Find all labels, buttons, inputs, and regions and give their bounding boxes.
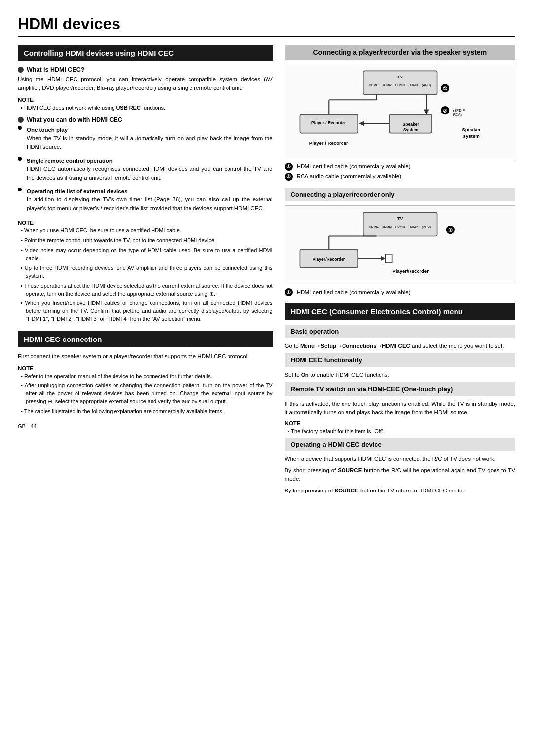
- svg-text:(SPDIF: (SPDIF: [453, 108, 465, 113]
- bullet-circle-icon-2: [18, 117, 24, 123]
- diagram-speaker-system: TV HDMI1 HDMI2 HDMI3 HDMI4 (ARC) ① ②: [285, 64, 515, 158]
- hdmi-cec-menu-header: HDMI CEC (Consumer Electronics Control) …: [285, 303, 515, 320]
- bullet-dot-icon: [18, 126, 22, 130]
- page-number: GB - 44: [18, 423, 273, 429]
- svg-text:HDMI4: HDMI4: [408, 83, 418, 87]
- hdmi-cec-connection-header: HDMI CEC connection: [18, 331, 273, 347]
- svg-text:HDMI3: HDMI3: [395, 225, 405, 228]
- svg-text:(ARC): (ARC): [422, 83, 431, 87]
- svg-text:HDMI1: HDMI1: [369, 225, 379, 228]
- one-touch-play-body: When the TV is in standby mode, it will …: [27, 134, 273, 151]
- right-column: Connecting a player/recorder via the spe…: [285, 45, 515, 502]
- connecting-player-only-header: Connecting a player/recorder only: [285, 188, 515, 201]
- num-1-icon: ①: [285, 163, 293, 171]
- svg-text:(ARC): (ARC): [422, 225, 431, 229]
- svg-text:HDMI3: HDMI3: [395, 83, 405, 87]
- what-is-hdmi-cec-title: What is HDMI CEC?: [18, 66, 273, 73]
- remote-tv-switch-header: Remote TV switch on via HDMI-CEC (One-to…: [285, 382, 515, 396]
- diagram-player-only: TV HDMI1 HDMI2 HDMI3 HDMI4 (ARC) ① Playe…: [285, 205, 515, 284]
- note-label-2: NOTE: [18, 220, 273, 226]
- svg-text:Player/Recorder: Player/Recorder: [392, 268, 429, 274]
- svg-text:②: ②: [443, 108, 447, 113]
- hdmi-cec-connection-section: HDMI CEC connection First connect the sp…: [18, 331, 273, 416]
- connecting-player-only-section: Connecting a player/recorder only TV HDM…: [285, 188, 515, 297]
- svg-marker-43: [381, 256, 386, 261]
- operating-title-list: Operating title list of external devices…: [18, 188, 273, 216]
- operating-hdmi-device-header: Operating a HDMI CEC device: [285, 438, 515, 451]
- svg-text:TV: TV: [397, 216, 403, 221]
- single-remote-control: Single remote control operation HDMI CEC…: [18, 157, 273, 185]
- svg-text:System: System: [403, 127, 418, 132]
- note2-item-5: When you insert/remove HDMI cables or ch…: [18, 300, 273, 323]
- operating-hdmi-body1: When a device that supports HDMI CEC is …: [285, 455, 515, 463]
- player-only-diagram-svg: TV HDMI1 HDMI2 HDMI3 HDMI4 (ARC) ① Playe…: [289, 210, 511, 278]
- player-item-1: ① HDMI-certified cable (commercially ava…: [285, 288, 515, 297]
- note2-item-4: These operations affect the HDMI device …: [18, 282, 273, 298]
- svg-text:HDMI1: HDMI1: [369, 83, 379, 87]
- svg-text:HDMI4: HDMI4: [408, 225, 418, 228]
- connecting-via-speaker-header: Connecting a player/recorder via the spe…: [285, 45, 515, 60]
- controlling-hdmi-header: Controlling HDMI devices using HDMI CEC: [18, 45, 273, 61]
- left-column: Controlling HDMI devices using HDMI CEC …: [18, 45, 273, 502]
- note2-item-1: Point the remote control unit towards th…: [18, 237, 273, 245]
- single-remote-title: Single remote control operation: [27, 158, 113, 164]
- hdmi-cec-functionality-body: Set to On to enable HDMI CEC functions.: [285, 371, 515, 379]
- connecting-via-speaker-section: Connecting a player/recorder via the spe…: [285, 45, 515, 181]
- svg-marker-19: [359, 121, 364, 126]
- operating-hdmi-body2: By short pressing of SOURCE button the R…: [285, 466, 515, 484]
- page-title: HDMI devices: [18, 15, 515, 37]
- hdmi-cec-connection-body: First connect the speaker system or a pl…: [18, 352, 273, 361]
- what-you-can-do-title: What you can do with HDMI CEC: [18, 116, 273, 123]
- player-numbered-list: ① HDMI-certified cable (commercially ava…: [285, 288, 515, 297]
- bullet-dot-icon-2: [18, 157, 22, 161]
- svg-text:Speaker: Speaker: [402, 122, 419, 127]
- bullet-dot-icon-3: [18, 188, 22, 191]
- operating-title-body: In addition to displaying the TV's own t…: [27, 195, 273, 213]
- note-label-4: NOTE: [285, 420, 515, 426]
- speaker-item-2: ② RCA audio cable (commercially availabl…: [285, 172, 515, 181]
- basic-operation-header: Basic operation: [285, 325, 515, 338]
- svg-text:①: ①: [443, 86, 447, 91]
- svg-text:HDMI2: HDMI2: [382, 83, 392, 87]
- note3-item-1: After unplugging connection cables or ch…: [18, 382, 273, 406]
- one-touch-play: One touch play When the TV is in standby…: [18, 126, 273, 154]
- note3-item-0: Refer to the operation manual of the dev…: [18, 373, 273, 380]
- num-1b-icon: ①: [285, 288, 293, 296]
- svg-marker-10: [423, 109, 429, 114]
- hdmi-cec-functionality-header: HDMI CEC functionality: [285, 353, 515, 367]
- note-label-3: NOTE: [18, 365, 273, 371]
- controlling-hdmi-section: Controlling HDMI devices using HDMI CEC …: [18, 45, 273, 323]
- operating-title-title: Operating title list of external devices: [27, 189, 128, 194]
- speaker-item-1: ① HDMI-certified cable (commercially ava…: [285, 162, 515, 171]
- svg-text:Player / Recorder: Player / Recorder: [311, 120, 346, 125]
- single-remote-body: HDMI CEC automatically recognises connec…: [27, 165, 273, 182]
- svg-text:Speaker: Speaker: [462, 127, 481, 132]
- note-label-1: NOTE: [18, 97, 273, 103]
- note3-item-2: The cables illustrated in the following …: [18, 408, 273, 416]
- svg-text:HDMI2: HDMI2: [382, 225, 392, 228]
- note-item-1-0: HDMI CEC does not work while using USB R…: [18, 104, 273, 112]
- what-is-hdmi-cec-body: Using the HDMI CEC protocol, you can int…: [18, 76, 273, 93]
- svg-text:Player/Recorder: Player/Recorder: [312, 256, 345, 261]
- speaker-numbered-list: ① HDMI-certified cable (commercially ava…: [285, 162, 515, 181]
- note2-item-3: Up to three HDMI recording devices, one …: [18, 265, 273, 280]
- svg-text:RCA): RCA): [453, 113, 462, 117]
- basic-operation-body: Go to Menu→Setup→Connections→HDMI CEC an…: [285, 342, 515, 350]
- remote-tv-switch-body: If this is activated, the one touch play…: [285, 400, 515, 417]
- svg-text:system: system: [463, 133, 479, 139]
- hdmi-cec-menu-section: HDMI CEC (Consumer Electronics Control) …: [285, 303, 515, 495]
- svg-text:TV: TV: [397, 75, 403, 79]
- note2-item-0: When you use HDMI CEC, be sure to use a …: [18, 227, 273, 235]
- svg-rect-44: [385, 254, 392, 263]
- one-touch-play-title: One touch play: [27, 127, 68, 133]
- operating-hdmi-body3: By long pressing of SOURCE button the TV…: [285, 487, 515, 495]
- num-2-icon: ②: [285, 173, 293, 181]
- note2-item-2: Video noise may occur depending on the t…: [18, 247, 273, 263]
- speaker-diagram-svg: TV HDMI1 HDMI2 HDMI3 HDMI4 (ARC) ① ②: [289, 68, 511, 152]
- note4-item-0: The factory default for this item is "Of…: [285, 428, 515, 436]
- svg-text:Player / Recorder: Player / Recorder: [309, 140, 348, 146]
- bullet-circle-icon: [18, 67, 24, 73]
- svg-text:①: ①: [448, 227, 452, 233]
